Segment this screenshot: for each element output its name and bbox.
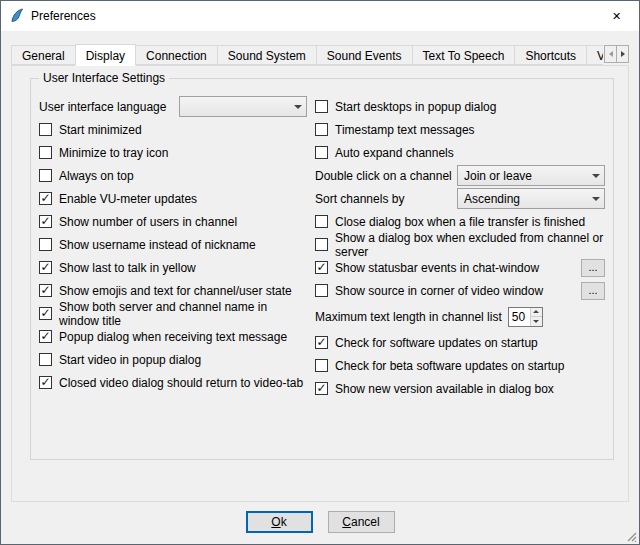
checkbox-show-username[interactable]: Show username instead of nickname xyxy=(39,233,307,256)
checkbox-box xyxy=(39,353,52,366)
close-icon: ✕ xyxy=(612,10,621,23)
checkbox-label: Popup dialog when receiving text message xyxy=(59,330,287,344)
checkbox-box xyxy=(315,238,328,251)
checkbox-box xyxy=(39,307,52,320)
checkbox-server-channel-in-title[interactable]: Show both server and channel name in win… xyxy=(39,302,307,325)
checkbox-last-to-talk-yellow[interactable]: Show last to talk in yellow xyxy=(39,256,307,279)
checkbox-statusbar-events[interactable]: Show statusbar events in chat-window xyxy=(315,261,539,275)
checkbox-new-version-dialog[interactable]: Show new version available in dialog box xyxy=(315,377,605,400)
checkbox-label: Check for software updates on startup xyxy=(335,336,538,350)
checkbox-excluded-dialog[interactable]: Show a dialog box when excluded from cha… xyxy=(315,233,605,256)
tab-text-to-speech[interactable]: Text To Speech xyxy=(412,45,516,65)
tab-connection[interactable]: Connection xyxy=(135,45,218,65)
checkbox-label: Start minimized xyxy=(59,123,142,137)
checkbox-label: Close dialog box when a file transfer is… xyxy=(335,215,585,229)
sort-channels-label: Sort channels by xyxy=(315,192,404,206)
language-label: User interface language xyxy=(39,100,166,114)
checkbox-video-source-corner[interactable]: Show source in corner of video window xyxy=(315,284,543,298)
double-click-select[interactable]: Join or leave xyxy=(457,165,605,186)
sort-channels-value: Ascending xyxy=(464,192,588,206)
checkbox-box xyxy=(315,359,328,372)
checkbox-box xyxy=(315,382,328,395)
checkbox-check-beta-updates[interactable]: Check for beta software updates on start… xyxy=(315,354,605,377)
checkbox-box xyxy=(315,261,328,274)
tab-sound-system[interactable]: Sound System xyxy=(217,45,317,65)
checkbox-label: Start desktops in popup dialog xyxy=(335,100,496,114)
checkbox-minimize-to-tray[interactable]: Minimize to tray icon xyxy=(39,141,307,164)
checkbox-label: Show emojis and text for channel/user st… xyxy=(59,284,292,298)
window-title: Preferences xyxy=(31,9,96,23)
checkbox-label: Start video in popup dialog xyxy=(59,353,201,367)
tab-display[interactable]: Display xyxy=(75,44,136,66)
tab-strip: General Display Connection Sound System … xyxy=(11,44,603,66)
checkbox-always-on-top[interactable]: Always on top xyxy=(39,164,307,187)
video-source-row: Show source in corner of video window ..… xyxy=(315,279,605,302)
checkbox-timestamp-messages[interactable]: Timestamp text messages xyxy=(315,118,605,141)
checkbox-label: Show a dialog box when excluded from cha… xyxy=(335,231,605,259)
sort-channels-select[interactable]: Ascending xyxy=(457,188,605,209)
checkbox-popup-text-message[interactable]: Popup dialog when receiving text message xyxy=(39,325,307,348)
arrow-left-icon xyxy=(609,51,613,57)
statusbar-events-ellipsis-button[interactable]: ... xyxy=(581,259,605,277)
ok-button[interactable]: Ok xyxy=(246,511,313,533)
checkbox-start-minimized[interactable]: Start minimized xyxy=(39,118,307,141)
max-text-length-value: 50 xyxy=(509,308,530,326)
checkbox-label: Closed video dialog should return to vid… xyxy=(59,376,303,390)
checkbox-label: Show both server and channel name in win… xyxy=(59,300,307,328)
checkbox-label: Timestamp text messages xyxy=(335,123,475,137)
tab-general[interactable]: General xyxy=(11,45,76,65)
language-select[interactable] xyxy=(179,96,307,117)
arrow-down-icon xyxy=(533,320,539,323)
checkbox-box xyxy=(315,100,328,113)
chevron-down-icon xyxy=(294,105,302,109)
double-click-label: Double click on a channel xyxy=(315,169,452,183)
tab-scroller xyxy=(604,45,629,63)
checkbox-label: Show statusbar events in chat-window xyxy=(335,261,539,275)
left-column: User interface language Start minimized xyxy=(39,95,307,451)
checkbox-label: Show number of users in channel xyxy=(59,215,237,229)
video-source-ellipsis-button[interactable]: ... xyxy=(581,282,605,300)
settings-columns: User interface language Start minimized xyxy=(39,95,605,451)
checkbox-label: Show source in corner of video window xyxy=(335,284,543,298)
tab-scroll-right-button[interactable] xyxy=(616,45,629,63)
checkbox-label: Show last to talk in yellow xyxy=(59,261,196,275)
max-text-length-spinner[interactable]: 50 xyxy=(508,307,543,327)
double-click-value: Join or leave xyxy=(464,169,588,183)
checkbox-video-return-tab[interactable]: Closed video dialog should return to vid… xyxy=(39,371,307,394)
dialog-body: General Display Connection Sound System … xyxy=(1,31,639,544)
checkbox-box xyxy=(39,215,52,228)
resize-grip[interactable] xyxy=(624,529,637,542)
checkbox-label: Minimize to tray icon xyxy=(59,146,168,160)
checkbox-start-video-popup[interactable]: Start video in popup dialog xyxy=(39,348,307,371)
titlebar[interactable]: Preferences ✕ xyxy=(1,1,639,31)
checkbox-label: Enable VU-meter updates xyxy=(59,192,197,206)
checkbox-show-user-count[interactable]: Show number of users in channel xyxy=(39,210,307,233)
checkbox-start-desktops-popup[interactable]: Start desktops in popup dialog xyxy=(315,95,605,118)
tab-bar: General Display Connection Sound System … xyxy=(11,44,629,66)
checkbox-box xyxy=(315,123,328,136)
sort-channels-row: Sort channels by Ascending xyxy=(315,187,605,210)
checkbox-label: Show new version available in dialog box xyxy=(335,382,554,396)
checkbox-auto-expand-channels[interactable]: Auto expand channels xyxy=(315,141,605,164)
checkbox-box xyxy=(39,261,52,274)
checkbox-check-updates[interactable]: Check for software updates on startup xyxy=(315,331,605,354)
checkbox-box xyxy=(39,376,52,389)
close-button[interactable]: ✕ xyxy=(594,1,639,31)
spin-down-button[interactable] xyxy=(531,317,542,326)
checkbox-label: Auto expand channels xyxy=(335,146,454,160)
double-click-row: Double click on a channel Join or leave xyxy=(315,164,605,187)
chevron-down-icon xyxy=(592,197,600,201)
ui-settings-group: User Interface Settings User interface l… xyxy=(30,78,614,460)
preferences-window: Preferences ✕ General Display Connection… xyxy=(0,0,640,545)
dialog-buttons: Ok Cancel xyxy=(11,511,629,533)
cancel-button[interactable]: Cancel xyxy=(328,511,395,533)
tab-sound-events[interactable]: Sound Events xyxy=(316,45,413,65)
tab-shortcuts[interactable]: Shortcuts xyxy=(514,45,587,65)
checkbox-box xyxy=(39,192,52,205)
spin-up-button[interactable] xyxy=(531,308,542,318)
checkbox-vu-meter-updates[interactable]: Enable VU-meter updates xyxy=(39,187,307,210)
tab-video[interactable]: Video xyxy=(586,45,603,65)
checkbox-box xyxy=(39,238,52,251)
statusbar-events-row: Show statusbar events in chat-window ... xyxy=(315,256,605,279)
checkbox-box xyxy=(315,215,328,228)
